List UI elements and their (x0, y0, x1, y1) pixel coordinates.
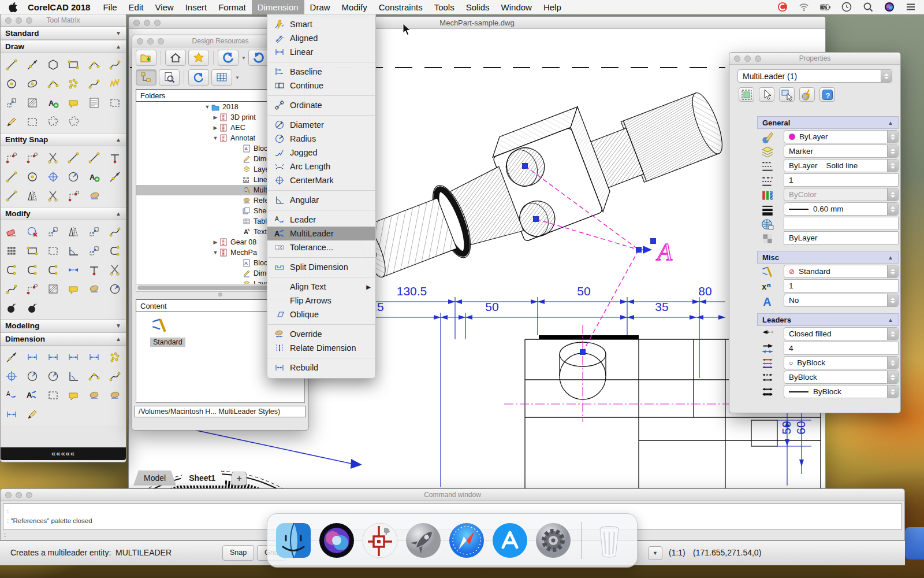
menu-item-oblique[interactable]: Oblique (267, 307, 375, 321)
tool-button[interactable] (84, 366, 105, 386)
tool-button[interactable] (1, 260, 22, 279)
status-dropdown-button[interactable]: ▼ (648, 546, 662, 560)
tool-button[interactable] (43, 74, 64, 93)
field-stepper[interactable] (887, 188, 898, 201)
property-field-leaderls[interactable]: ByBlock (784, 370, 899, 384)
tool-button[interactable] (22, 347, 43, 366)
dock-icon-trash[interactable] (590, 521, 628, 560)
tool-button[interactable] (84, 55, 105, 74)
tool-button[interactable] (63, 93, 84, 112)
window-controls[interactable] (5, 17, 32, 24)
menu-item-align-text[interactable]: Align Text▶ (267, 280, 375, 294)
tool-button[interactable] (1, 148, 22, 167)
field-stepper[interactable] (887, 371, 898, 383)
section-header-entity-snap[interactable]: Entity Snap▲ (1, 133, 126, 146)
tool-button[interactable] (105, 148, 125, 167)
menu-item-radius[interactable]: Radius (267, 132, 375, 146)
tool-button[interactable] (43, 347, 64, 366)
menu-item-centermark[interactable]: CenterMark (267, 173, 375, 187)
list-icon[interactable] (905, 2, 916, 13)
section-header-misc[interactable]: Misc▲ (757, 251, 899, 264)
tool-button[interactable] (84, 93, 105, 112)
section-header-standard[interactable]: Standard▼ (1, 27, 126, 40)
menu-dimension[interactable]: Dimension (252, 0, 304, 14)
tool-button[interactable] (63, 55, 84, 74)
tool-button[interactable] (63, 241, 84, 260)
tool-button[interactable] (105, 386, 125, 405)
dock-icon-corelcad[interactable] (361, 521, 399, 560)
wifi-icon[interactable] (798, 2, 809, 13)
spotlight-icon[interactable] (862, 2, 873, 13)
tool-button[interactable] (22, 405, 43, 424)
drawing-window-titlebar[interactable]: MechPart-sample.dwg (129, 17, 825, 29)
tool-button[interactable]: A (22, 386, 43, 405)
tool-button[interactable] (105, 222, 125, 241)
tool-button[interactable] (22, 93, 43, 112)
corel-badge-icon[interactable] (777, 2, 788, 13)
collapse-bar[interactable]: ««««« (1, 447, 126, 460)
menu-window[interactable]: Window (495, 0, 538, 14)
tool-button[interactable] (84, 186, 105, 205)
window-controls[interactable] (5, 492, 32, 498)
property-field-layer[interactable]: Marker (784, 144, 899, 158)
tool-button[interactable] (84, 386, 105, 405)
tool-button[interactable] (22, 241, 43, 260)
tool-button[interactable] (63, 279, 84, 298)
tool-button[interactable] (22, 298, 43, 317)
tool-button[interactable] (1, 112, 22, 131)
dock-icon-finder[interactable] (274, 521, 312, 560)
tool-button[interactable] (43, 279, 64, 298)
menu-item-leader[interactable]: ALeader (267, 213, 375, 227)
quick-select-icon[interactable] (799, 87, 815, 102)
property-field-hyperlink[interactable] (784, 217, 899, 230)
menu-item-flip-arrows[interactable]: Flip Arrows (267, 294, 375, 307)
tree-button[interactable] (136, 69, 157, 86)
tool-button[interactable] (22, 222, 43, 241)
menu-item-diameter[interactable]: Diameter (267, 118, 375, 132)
tool-button[interactable] (105, 55, 125, 74)
entity-selector[interactable]: MultiLeader (1) (737, 69, 892, 83)
tool-button[interactable] (43, 167, 64, 186)
dock-icon-launchpad[interactable] (404, 521, 442, 560)
menu-solids[interactable]: Solids (460, 0, 495, 14)
tool-button[interactable] (43, 386, 64, 405)
tool-button[interactable] (105, 74, 125, 93)
siri-icon[interactable] (884, 2, 895, 13)
tool-button[interactable] (105, 241, 125, 260)
property-field-xn[interactable]: 1 (784, 279, 899, 292)
property-field-linescale[interactable]: 1 (784, 173, 899, 187)
tool-button[interactable] (1, 241, 22, 260)
menu-constraints[interactable]: Constraints (373, 0, 429, 14)
tool-button[interactable] (84, 241, 105, 260)
tool-button[interactable] (1, 405, 22, 424)
dock-icon-system-preferences[interactable] (534, 521, 572, 560)
select-screen-icon[interactable] (779, 87, 795, 102)
chevron-down-icon[interactable]: ▼ (241, 55, 246, 61)
chevron-right-icon[interactable]: ▶ (213, 239, 218, 245)
dock-icon-siri[interactable] (318, 521, 356, 560)
back-button[interactable] (218, 50, 239, 66)
tool-button[interactable] (63, 260, 84, 279)
menu-file[interactable]: File (97, 0, 122, 14)
tool-button[interactable] (64, 186, 84, 205)
fwd-button[interactable] (248, 50, 269, 66)
property-field-color[interactable]: ByLayer (784, 130, 899, 143)
add-sheet-button[interactable]: + (232, 472, 247, 486)
menu-insert[interactable]: Insert (180, 0, 213, 14)
menu-draw[interactable]: Draw (304, 0, 336, 14)
leader-text[interactable]: A (655, 239, 672, 265)
tool-button[interactable] (43, 241, 64, 260)
section-header-leaders[interactable]: Leaders▲ (757, 313, 899, 326)
tool-button[interactable] (22, 112, 43, 131)
chevron-down-icon[interactable]: ▼ (235, 75, 240, 80)
clock-icon[interactable] (841, 2, 852, 13)
tool-button[interactable] (43, 112, 64, 131)
menu-item-continue[interactable]: Continue (267, 79, 375, 92)
property-field-leadercolor[interactable]: ○ByBlock (784, 356, 899, 369)
chevron-down-icon[interactable]: ▼ (213, 135, 218, 141)
tool-button[interactable] (1, 298, 22, 317)
field-stepper[interactable] (887, 357, 898, 369)
property-field-printstyle[interactable]: ByColor (784, 188, 899, 201)
tool-button[interactable] (1, 347, 22, 366)
field-stepper[interactable] (887, 160, 898, 172)
